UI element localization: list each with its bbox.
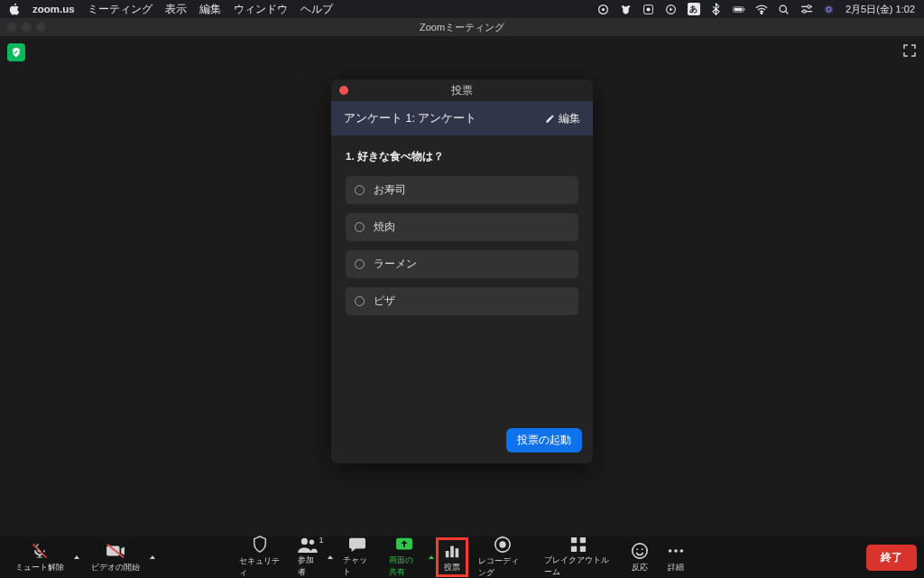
more-icon <box>667 542 685 560</box>
poll-label: 投票 <box>444 562 460 573</box>
poll-edit-button[interactable]: 編集 <box>545 112 580 126</box>
record-icon <box>494 536 512 554</box>
poll-option-1[interactable]: お寿司 <box>346 176 578 204</box>
svg-rect-25 <box>580 546 586 552</box>
wifi-icon[interactable] <box>755 3 768 15</box>
security-button[interactable]: セキュリティ <box>231 537 288 577</box>
window-close-dot[interactable] <box>7 23 16 32</box>
menubar-item-window[interactable]: ウィンドウ <box>234 3 288 16</box>
svg-point-26 <box>633 543 647 557</box>
poll-panel-title: 投票 <box>331 84 593 98</box>
participants-button[interactable]: 1 参加者 <box>290 537 326 577</box>
start-video-button[interactable]: ビデオの開始 <box>83 537 148 577</box>
grid-icon <box>570 536 587 553</box>
fullscreen-icon[interactable] <box>902 43 917 61</box>
svg-point-10 <box>808 5 810 8</box>
poll-panel: 投票 アンケート 1: アンケート 編集 1. 好きな食べ物は？ お寿司 焼肉 … <box>331 79 593 463</box>
smile-icon <box>631 542 649 560</box>
launch-poll-button[interactable]: 投票の起動 <box>506 428 582 452</box>
poll-panel-titlebar[interactable]: 投票 <box>331 79 593 101</box>
svg-rect-17 <box>446 551 449 557</box>
apple-menu-icon[interactable] <box>9 3 20 15</box>
window-traffic-lights[interactable] <box>0 23 45 32</box>
poll-option-3[interactable]: ラーメン <box>346 250 578 278</box>
menubar-item-view[interactable]: 表示 <box>165 3 187 16</box>
svg-point-21 <box>499 541 505 547</box>
unmute-button[interactable]: ミュート解除 <box>7 537 72 577</box>
share-screen-button[interactable]: 画面の共有 <box>381 537 428 577</box>
status-circle1-icon[interactable] <box>597 3 610 15</box>
menubar-item-meeting[interactable]: ミーティング <box>88 3 152 16</box>
more-button[interactable]: 詳細 <box>659 537 693 577</box>
status-ime-icon[interactable]: あ <box>688 3 700 15</box>
menubar-app-name[interactable]: zoom.us <box>32 4 75 14</box>
radio-icon <box>355 222 365 232</box>
battery-icon[interactable] <box>733 3 745 15</box>
svg-rect-24 <box>571 546 577 552</box>
chat-label: チャット <box>343 555 370 578</box>
svg-point-27 <box>636 548 638 550</box>
svg-point-15 <box>310 540 314 545</box>
poll-option-label: 焼肉 <box>374 220 395 234</box>
poll-option-label: お寿司 <box>374 183 406 197</box>
radio-icon <box>355 296 365 306</box>
svg-point-11 <box>803 10 806 13</box>
reactions-button[interactable]: 反応 <box>623 537 657 577</box>
svg-rect-22 <box>571 537 577 543</box>
unmute-label: ミュート解除 <box>15 562 64 573</box>
recording-label: レコーディング <box>478 555 526 578</box>
participants-count: 1 <box>319 536 323 545</box>
reactions-label: 反応 <box>632 562 648 573</box>
chevron-up-icon[interactable] <box>74 555 79 559</box>
menubar-item-help[interactable]: ヘルプ <box>300 3 333 16</box>
window-minimize-dot[interactable] <box>22 23 31 32</box>
svg-point-12 <box>825 5 834 14</box>
menubar-item-edit[interactable]: 編集 <box>199 3 221 16</box>
security-label: セキュリティ <box>239 555 280 578</box>
svg-point-9 <box>781 5 787 12</box>
chat-button[interactable]: チャット <box>335 537 378 577</box>
svg-point-29 <box>669 549 672 553</box>
participants-label: 参加者 <box>298 555 318 578</box>
poll-button[interactable]: 投票 <box>436 537 468 577</box>
chevron-up-icon[interactable] <box>150 555 155 559</box>
participants-icon: 1 <box>298 536 318 553</box>
chevron-up-icon[interactable] <box>429 555 434 559</box>
start-video-label: ビデオの開始 <box>91 562 140 573</box>
meeting-area: 投票 アンケート 1: アンケート 編集 1. 好きな食べ物は？ お寿司 焼肉 … <box>0 36 924 536</box>
svg-rect-18 <box>451 545 455 557</box>
meeting-toolbar: ミュート解除 ビデオの開始 セキュリティ 1 <box>0 536 924 578</box>
breakout-rooms-button[interactable]: ブレイクアウトルーム <box>536 537 621 577</box>
svg-rect-6 <box>735 7 743 11</box>
close-icon[interactable] <box>339 86 348 95</box>
menubar-clock[interactable]: 2月5日(金) 1:02 <box>845 3 915 16</box>
bluetooth-icon[interactable] <box>710 3 723 15</box>
window-titlebar: Zoomミーティング <box>0 18 924 36</box>
poll-option-4[interactable]: ピザ <box>346 287 578 315</box>
share-screen-label: 画面の共有 <box>389 555 420 578</box>
svg-point-31 <box>680 549 684 553</box>
siri-icon[interactable] <box>823 3 836 15</box>
chat-icon <box>348 536 366 553</box>
status-cat-icon[interactable] <box>620 3 633 15</box>
poll-question: 1. 好きな食べ物は？ <box>346 150 578 163</box>
share-screen-icon <box>395 536 413 553</box>
window-title: Zoomミーティング <box>0 21 924 34</box>
status-play-icon[interactable] <box>665 3 678 15</box>
control-center-icon[interactable] <box>800 3 813 15</box>
recording-button[interactable]: レコーディング <box>470 537 534 577</box>
spotlight-icon[interactable] <box>778 3 790 15</box>
chevron-up-icon[interactable] <box>328 555 333 559</box>
svg-point-14 <box>301 538 308 545</box>
poll-body: 1. 好きな食べ物は？ お寿司 焼肉 ラーメン ピザ <box>331 135 593 421</box>
svg-point-1 <box>602 7 605 10</box>
poll-option-2[interactable]: 焼肉 <box>346 213 578 241</box>
shield-icon <box>252 536 268 554</box>
radio-icon <box>355 185 365 195</box>
status-record-icon[interactable] <box>642 3 655 15</box>
encryption-shield-icon[interactable] <box>7 43 25 61</box>
end-meeting-button[interactable]: 終了 <box>866 545 917 571</box>
window-zoom-dot[interactable] <box>36 23 45 32</box>
svg-point-28 <box>642 548 643 550</box>
macos-menu-bar: zoom.us ミーティング 表示 編集 ウィンドウ ヘルプ あ 2月5日(金)… <box>0 0 924 18</box>
